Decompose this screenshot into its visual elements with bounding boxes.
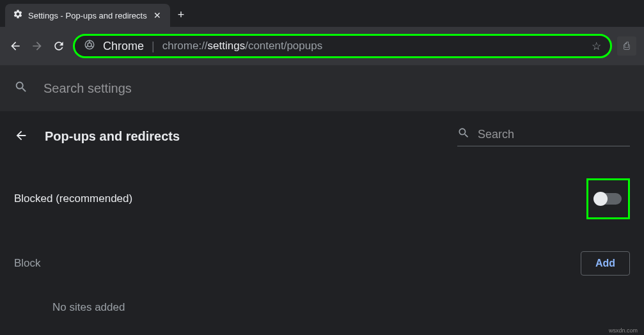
reload-button[interactable]: [51, 38, 67, 54]
block-empty-text: No sites added: [14, 301, 630, 314]
search-icon: [14, 80, 28, 97]
toggle-highlight: [586, 178, 630, 219]
gear-icon: [13, 9, 23, 22]
blocked-label: Blocked (recommended): [14, 192, 132, 205]
watermark: wsxdn.com: [609, 327, 638, 334]
add-button[interactable]: Add: [581, 251, 630, 276]
address-url: chrome://settings/content/popups: [162, 40, 584, 52]
inline-search[interactable]: Search: [457, 127, 630, 146]
bookmark-star-icon[interactable]: ☆: [592, 40, 601, 53]
page-title: Pop-ups and redirects: [45, 129, 441, 144]
inline-search-placeholder: Search: [478, 128, 514, 141]
address-separator: |: [152, 40, 155, 53]
search-settings-placeholder: Search settings: [43, 81, 132, 96]
active-tab[interactable]: Settings - Pop-ups and redirects ✕: [5, 4, 170, 27]
close-icon[interactable]: ✕: [152, 10, 162, 20]
blocked-toggle[interactable]: [595, 193, 622, 205]
address-bar[interactable]: Chrome | chrome://settings/content/popup…: [73, 34, 612, 58]
pdf-extension-icon[interactable]: ⎙: [617, 36, 636, 56]
settings-content: Pop-ups and redirects Search Blocked (re…: [0, 111, 644, 314]
forward-button[interactable]: [29, 38, 45, 54]
address-wrap: Chrome | chrome://settings/content/popup…: [73, 34, 636, 58]
new-tab-button[interactable]: +: [178, 8, 185, 22]
block-label: Block: [14, 257, 41, 270]
blocked-toggle-row: Blocked (recommended): [14, 178, 630, 219]
block-section-header: Block Add: [14, 251, 630, 276]
chrome-icon: [84, 39, 95, 54]
tab-title: Settings - Pop-ups and redirects: [28, 11, 147, 20]
back-arrow-icon[interactable]: [14, 129, 28, 145]
back-button[interactable]: [8, 38, 23, 54]
browser-toolbar: Chrome | chrome://settings/content/popup…: [0, 27, 644, 65]
tab-bar: Settings - Pop-ups and redirects ✕ +: [0, 0, 644, 27]
address-product: Chrome: [103, 40, 144, 53]
search-icon: [457, 127, 470, 142]
search-settings-bar[interactable]: Search settings: [0, 65, 644, 111]
content-header: Pop-ups and redirects Search: [14, 127, 630, 146]
